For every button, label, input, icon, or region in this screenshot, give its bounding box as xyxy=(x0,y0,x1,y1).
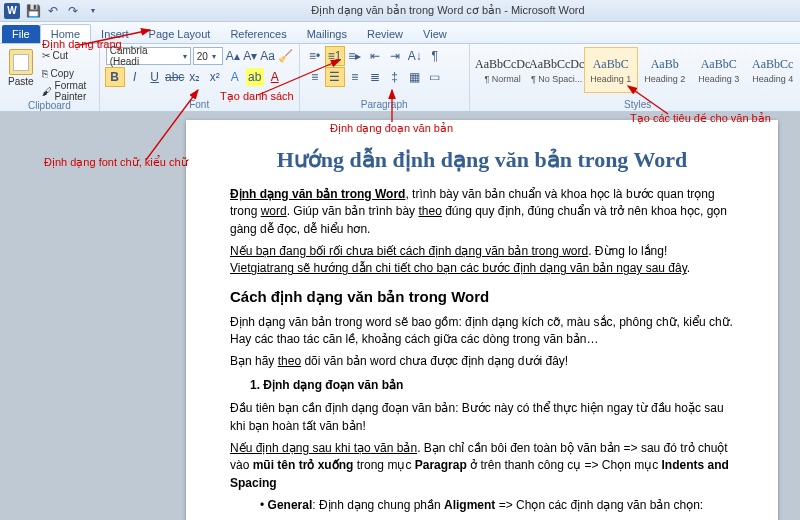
word-app-icon: W xyxy=(4,3,20,19)
styles-label: Styles xyxy=(476,98,800,111)
style-heading-1[interactable]: AaBbCHeading 1 xyxy=(584,47,638,93)
bullets-icon[interactable]: ≡• xyxy=(306,47,324,65)
format-painter-button[interactable]: 🖌Format Painter xyxy=(40,83,93,99)
borders-icon[interactable]: ▭ xyxy=(426,68,444,86)
undo-icon[interactable]: ↶ xyxy=(46,4,60,18)
doc-paragraph: Nếu bạn đang bối rối chưa biết cách định… xyxy=(230,243,734,278)
increase-indent-icon[interactable]: ⇥ xyxy=(386,47,404,65)
font-color-icon[interactable]: A xyxy=(266,68,284,86)
tab-file[interactable]: File xyxy=(2,25,40,43)
clear-format-icon[interactable]: 🧹 xyxy=(277,47,292,65)
style-heading-4[interactable]: AaBbCcHeading 4 xyxy=(746,47,800,93)
justify-icon[interactable]: ≣ xyxy=(366,68,384,86)
qat-dropdown-icon[interactable]: ▾ xyxy=(86,4,100,18)
multilevel-icon[interactable]: ≡▸ xyxy=(346,47,364,65)
tab-references[interactable]: References xyxy=(220,25,296,43)
group-paragraph: ≡• ≡1 ≡▸ ⇤ ⇥ A↓ ¶ ≡ ☰ ≡ ≣ ‡ ▦ ▭ Paragrap… xyxy=(300,44,470,111)
tab-review[interactable]: Review xyxy=(357,25,413,43)
paragraph-label: Paragraph xyxy=(306,98,463,111)
doc-paragraph: Đầu tiên bạn cần định dạng đoạn văn bản:… xyxy=(230,400,734,435)
doc-paragraph: Bạn hãy theo dõi văn bản word chưa được … xyxy=(230,353,734,370)
doc-list-item: 1. Định dạng đoạn văn bản xyxy=(250,377,734,394)
style-name: Heading 1 xyxy=(590,74,631,84)
group-styles: AaBbCcDc¶ NormalAaBbCcDc¶ No Spaci...AaB… xyxy=(470,44,800,111)
style--no-spaci-[interactable]: AaBbCcDc¶ No Spaci... xyxy=(530,47,584,93)
group-clipboard: Paste ✂Cut ⎘Copy 🖌Format Painter Clipboa… xyxy=(0,44,100,111)
chevron-down-icon: ▾ xyxy=(183,52,187,61)
doc-h2: Cách định dạng văn bản trong Word xyxy=(230,286,734,308)
styles-gallery: AaBbCcDc¶ NormalAaBbCcDc¶ No Spaci...AaB… xyxy=(476,47,800,98)
title-bar: W 💾 ↶ ↷ ▾ Định dạng văn bản trong Word c… xyxy=(0,0,800,22)
document-page[interactable]: Hướng dẫn định dạng văn bản trong Word Đ… xyxy=(186,120,778,520)
tab-insert[interactable]: Insert xyxy=(91,25,139,43)
redo-icon[interactable]: ↷ xyxy=(66,4,80,18)
style--normal[interactable]: AaBbCcDc¶ Normal xyxy=(476,47,530,93)
text-effects-icon[interactable]: A xyxy=(226,68,244,86)
style-sample: AaBbCcDc xyxy=(529,57,584,72)
ribbon-tabs: File Home Insert Page Layout References … xyxy=(0,22,800,44)
style-name: Heading 2 xyxy=(644,74,685,84)
tab-home[interactable]: Home xyxy=(40,24,91,44)
style-name: Heading 4 xyxy=(752,74,793,84)
cut-button[interactable]: ✂Cut xyxy=(40,47,93,63)
style-name: ¶ Normal xyxy=(485,74,521,84)
font-label: Font xyxy=(106,98,293,111)
doc-paragraph: Định dạng văn bản trong word sẽ bao gồm:… xyxy=(230,314,734,349)
style-name: ¶ No Spaci... xyxy=(531,74,582,84)
copy-button[interactable]: ⎘Copy xyxy=(40,65,93,81)
group-font: Cambria (Headi▾ 20▾ A▴ A▾ Aa 🧹 B I U abc… xyxy=(100,44,300,111)
align-left-icon[interactable]: ≡ xyxy=(306,68,324,86)
paste-button[interactable]: Paste xyxy=(6,47,36,99)
grow-font-icon[interactable]: A▴ xyxy=(225,47,240,65)
show-marks-icon[interactable]: ¶ xyxy=(426,47,444,65)
highlight-icon[interactable]: ab xyxy=(246,68,264,86)
style-sample: AaBb xyxy=(651,57,679,72)
tab-mailings[interactable]: Mailings xyxy=(297,25,357,43)
line-spacing-icon[interactable]: ‡ xyxy=(386,68,404,86)
decrease-indent-icon[interactable]: ⇤ xyxy=(366,47,384,65)
style-heading-2[interactable]: AaBbHeading 2 xyxy=(638,47,692,93)
italic-button[interactable]: I xyxy=(126,68,144,86)
paste-label: Paste xyxy=(8,76,34,87)
bold-button[interactable]: B xyxy=(106,68,124,86)
style-name: Heading 3 xyxy=(698,74,739,84)
quick-access-toolbar: 💾 ↶ ↷ ▾ xyxy=(26,4,100,18)
strike-button[interactable]: abc xyxy=(166,68,184,86)
font-size-combo[interactable]: 20▾ xyxy=(193,47,223,65)
numbering-icon[interactable]: ≡1 xyxy=(326,47,344,65)
style-sample: AaBbCcDc xyxy=(475,57,530,72)
window-title: Định dạng văn bản trong Word cơ bản - Mi… xyxy=(100,4,796,17)
tab-page-layout[interactable]: Page Layout xyxy=(139,25,221,43)
save-icon[interactable]: 💾 xyxy=(26,4,40,18)
style-sample: AaBbCc xyxy=(752,57,793,72)
ribbon: Paste ✂Cut ⎘Copy 🖌Format Painter Clipboa… xyxy=(0,44,800,112)
clipboard-label: Clipboard xyxy=(6,99,93,112)
change-case-icon[interactable]: Aa xyxy=(260,47,275,65)
cut-icon: ✂ xyxy=(42,50,50,61)
style-sample: AaBbC xyxy=(701,57,737,72)
shrink-font-icon[interactable]: A▾ xyxy=(242,47,257,65)
font-name-combo[interactable]: Cambria (Headi▾ xyxy=(106,47,191,65)
shading-icon[interactable]: ▦ xyxy=(406,68,424,86)
paste-icon xyxy=(9,49,33,75)
tab-view[interactable]: View xyxy=(413,25,457,43)
style-sample: AaBbC xyxy=(593,57,629,72)
doc-bullet: General: Định dạng chung phần Aligment =… xyxy=(260,497,734,514)
brush-icon: 🖌 xyxy=(42,86,52,97)
align-center-icon[interactable]: ☰ xyxy=(326,68,344,86)
chevron-down-icon: ▾ xyxy=(212,52,216,61)
underline-button[interactable]: U xyxy=(146,68,164,86)
superscript-button[interactable]: x² xyxy=(206,68,224,86)
doc-paragraph: Định dạng văn bản trong Word, trình bày … xyxy=(230,186,734,238)
copy-icon: ⎘ xyxy=(42,68,48,79)
style-heading-3[interactable]: AaBbCHeading 3 xyxy=(692,47,746,93)
document-area[interactable]: Hướng dẫn định dạng văn bản trong Word Đ… xyxy=(0,112,800,520)
doc-paragraph: Nếu định dạng sau khi tạo văn bản. Bạn c… xyxy=(230,440,734,492)
subscript-button[interactable]: x₂ xyxy=(186,68,204,86)
sort-icon[interactable]: A↓ xyxy=(406,47,424,65)
align-right-icon[interactable]: ≡ xyxy=(346,68,364,86)
doc-title: Hướng dẫn định dạng văn bản trong Word xyxy=(230,144,734,176)
